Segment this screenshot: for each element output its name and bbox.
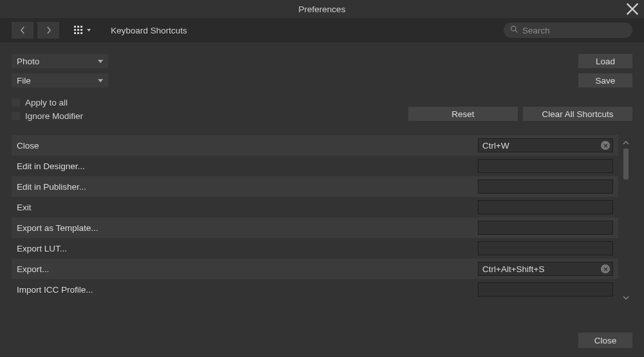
shortcut-row: Edit in Publisher...: [12, 176, 618, 197]
shortcut-value: Ctrl+W: [482, 141, 509, 151]
clear-all-button[interactable]: Clear All Shortcuts: [523, 107, 632, 121]
menu-select-value: File: [17, 76, 31, 86]
shortcut-row-label: Edit in Designer...: [17, 161, 85, 171]
shortcut-row: Edit in Designer...: [12, 156, 618, 176]
shortcut-input[interactable]: Ctrl+W: [478, 138, 613, 152]
scroll-down-icon[interactable]: [623, 293, 629, 302]
shortcut-input[interactable]: [478, 282, 613, 297]
shortcut-row: CloseCtrl+W: [12, 135, 618, 156]
apply-all-row[interactable]: Apply to all: [12, 98, 632, 107]
shortcut-row-label: Edit in Publisher...: [17, 182, 86, 192]
shortcut-row: Import ICC Profile...: [12, 279, 618, 300]
shortcut-row-label: Export LUT...: [17, 244, 67, 253]
svg-point-0: [511, 26, 516, 31]
shortcut-row: Export...Ctrl+Alt+Shift+S: [12, 259, 618, 279]
persona-select[interactable]: Photo: [12, 54, 108, 68]
shortcut-row-label: Exit: [17, 203, 32, 212]
persona-select-value: Photo: [17, 57, 39, 66]
clear-shortcut-icon[interactable]: [601, 264, 610, 273]
scrollbar-track[interactable]: [623, 149, 629, 291]
shortcut-row-label: Export as Template...: [17, 223, 99, 233]
shortcut-row-label: Import ICC Profile...: [17, 285, 93, 295]
shortcut-input[interactable]: [478, 241, 613, 255]
menu-select[interactable]: File: [12, 73, 108, 87]
shortcut-row: Export as Template...: [12, 217, 618, 238]
top-controls: Photo File Load Save: [12, 54, 632, 87]
chevron-down-icon: [98, 79, 103, 82]
window-title: Preferences: [299, 5, 346, 14]
grid-icon: [74, 26, 83, 35]
apply-all-checkbox[interactable]: [12, 98, 20, 107]
clear-shortcut-icon[interactable]: [601, 141, 610, 150]
shortcut-row-label: Export...: [17, 264, 49, 274]
ignore-modifier-label: Ignore Modifier: [25, 111, 83, 121]
nav-back-button[interactable]: [12, 22, 33, 39]
reset-controls: Reset Clear All Shortcuts: [12, 107, 632, 121]
shortcut-input[interactable]: [478, 200, 613, 214]
close-icon[interactable]: [626, 3, 639, 17]
toolbar: Keyboard Shortcuts: [0, 18, 644, 42]
apply-all-label: Apply to all: [25, 98, 68, 107]
scrollbar[interactable]: [620, 135, 632, 305]
search-input[interactable]: [522, 26, 626, 35]
chevron-down-icon: [98, 60, 103, 63]
reset-button[interactable]: Reset: [408, 107, 518, 121]
shortcut-input[interactable]: [478, 221, 613, 235]
shortcut-value: Ctrl+Alt+Shift+S: [482, 264, 544, 274]
ignore-modifier-checkbox[interactable]: [12, 112, 20, 120]
chevron-down-icon: [87, 29, 91, 32]
shortcuts-list: CloseCtrl+WEdit in Designer...Edit in Pu…: [12, 135, 632, 305]
search-icon: [510, 25, 518, 35]
scrollbar-thumb[interactable]: [623, 149, 629, 179]
save-button[interactable]: Save: [578, 73, 632, 87]
titlebar: Preferences: [0, 0, 644, 18]
load-button[interactable]: Load: [578, 54, 632, 68]
nav-forward-button[interactable]: [37, 22, 59, 39]
scroll-up-icon[interactable]: [623, 138, 629, 147]
shortcut-row: Export LUT...: [12, 238, 618, 259]
close-button[interactable]: Close: [578, 333, 632, 348]
shortcut-input[interactable]: [478, 179, 613, 194]
shortcut-row: Exit: [12, 197, 618, 217]
section-title: Keyboard Shortcuts: [111, 26, 187, 35]
content-area: Photo File Load Save Apply to all Ignore…: [0, 42, 644, 305]
shortcut-row-label: Close: [17, 141, 39, 151]
search-field[interactable]: [504, 23, 632, 38]
view-grid-button[interactable]: [70, 22, 95, 39]
shortcut-input[interactable]: Ctrl+Alt+Shift+S: [478, 262, 613, 276]
shortcut-input[interactable]: [478, 159, 613, 173]
dialog-footer: Close: [578, 333, 632, 348]
